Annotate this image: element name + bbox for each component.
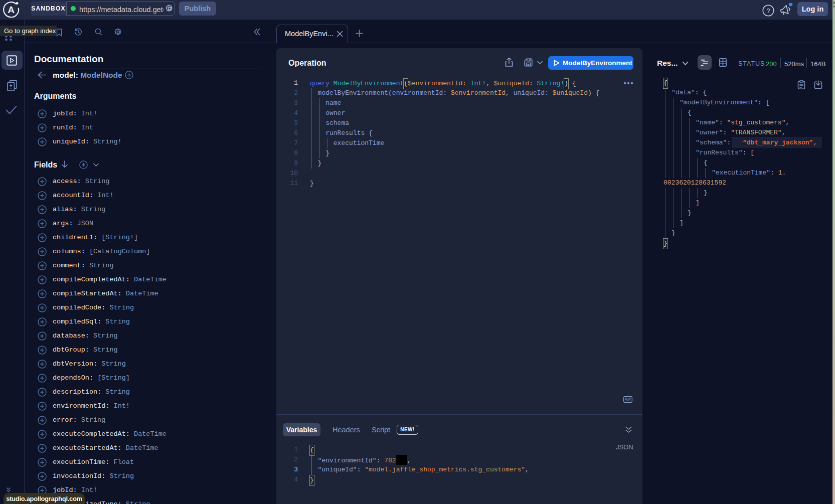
svg-text:?: ?: [766, 7, 770, 15]
svg-text:A: A: [8, 5, 15, 15]
